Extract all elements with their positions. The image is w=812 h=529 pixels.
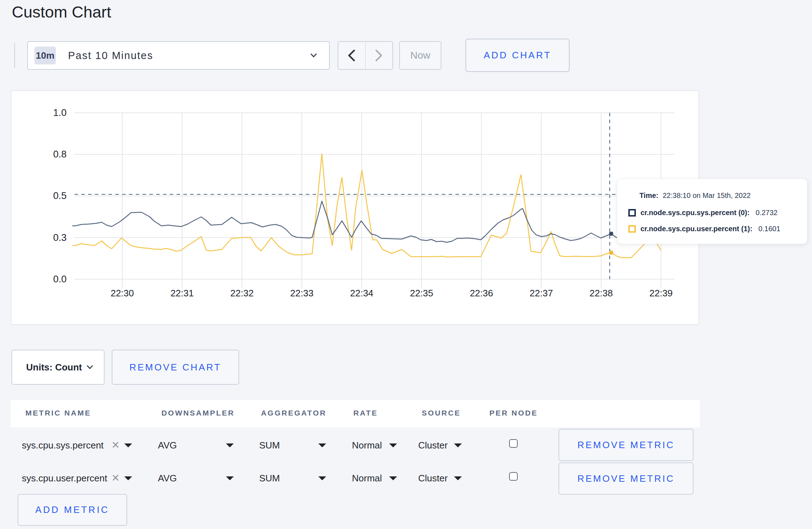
svg-text:0.5: 0.5 — [53, 190, 67, 201]
svg-text:0.0: 0.0 — [53, 274, 67, 285]
svg-text:0.8: 0.8 — [53, 149, 67, 160]
svg-text:22:32: 22:32 — [230, 288, 253, 299]
svg-text:0.3: 0.3 — [53, 232, 67, 243]
svg-text:22:39: 22:39 — [649, 288, 673, 299]
svg-text:22:37: 22:37 — [530, 288, 553, 299]
svg-text:22:36: 22:36 — [470, 288, 493, 299]
svg-text:22:34: 22:34 — [350, 288, 373, 299]
svg-text:22:31: 22:31 — [170, 288, 194, 299]
svg-text:22:38: 22:38 — [590, 288, 613, 299]
svg-text:1.0: 1.0 — [53, 107, 67, 118]
svg-text:22:30: 22:30 — [111, 288, 134, 299]
svg-text:22:33: 22:33 — [290, 288, 314, 299]
svg-text:22:35: 22:35 — [410, 288, 433, 299]
